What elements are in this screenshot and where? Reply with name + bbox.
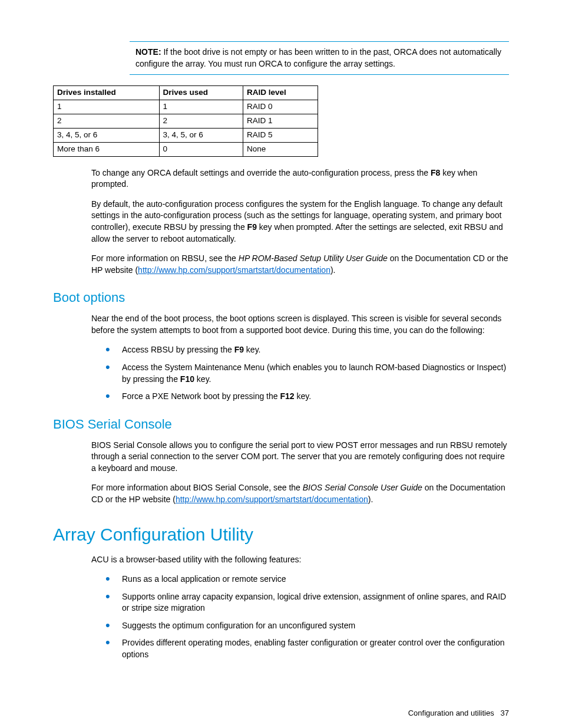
page-number: 37 [501,709,509,717]
body-text: To change any ORCA default settings and … [91,167,509,276]
list-item: Suggests the optimum configuration for a… [105,620,509,632]
key-f10: F10 [180,374,194,384]
hp-support-link[interactable]: http://www.hp.com/support/smartstart/doc… [176,495,368,504]
guide-title: BIOS Serial Console User Guide [303,483,422,492]
page-footer: Configuration and utilities 37 [53,708,509,719]
key-f9: F9 [234,345,244,354]
acu-section: ACU is a browser-based utility with the … [91,554,509,661]
paragraph: For more information on RBSU, see the HP… [91,253,509,276]
table-row: 2 2 RAID 1 [54,114,318,128]
paragraph: BIOS Serial Console allows you to config… [91,440,509,475]
note-label: NOTE: [135,47,161,57]
paragraph: For more information about BIOS Serial C… [91,482,509,505]
list-item: Supports online array capacity expansion… [105,591,509,614]
table-header: RAID level [243,86,318,100]
list-item: Access RBSU by pressing the F9 key. [105,344,509,356]
key-f8: F8 [431,168,440,177]
note-text: If the boot drive is not empty or has be… [135,47,501,68]
raid-table: Drives installed Drives used RAID level … [53,85,318,156]
note-box: NOTE: If the boot drive is not empty or … [130,41,509,75]
table-header: Drives installed [54,86,160,100]
list-item: Runs as a local application or remote se… [105,574,509,585]
table-row: 3, 4, 5, or 6 3, 4, 5, or 6 RAID 5 [54,128,318,142]
paragraph: By default, the auto-configuration proce… [91,199,509,245]
paragraph: Near the end of the boot process, the bo… [91,313,509,336]
footer-section: Configuration and utilities [408,709,494,717]
table-row: More than 6 0 None [54,142,318,156]
guide-title: HP ROM-Based Setup Utility User Guide [239,253,388,263]
key-f9: F9 [247,222,257,232]
acu-feature-list: Runs as a local application or remote se… [105,574,509,661]
boot-options-heading: Boot options [53,289,509,307]
acu-heading: Array Configuration Utility [53,522,509,547]
boot-options-list: Access RBSU by pressing the F9 key. Acce… [105,344,509,402]
table-row: 1 1 RAID 0 [54,100,318,114]
bios-serial-heading: BIOS Serial Console [53,416,509,434]
paragraph: ACU is a browser-based utility with the … [91,554,509,566]
list-item: Provides different operating modes, enab… [105,637,509,660]
key-f12: F12 [280,391,294,401]
list-item: Force a PXE Network boot by pressing the… [105,391,509,403]
bios-serial-section: BIOS Serial Console allows you to config… [91,440,509,506]
list-item: Access the System Maintenance Menu (whic… [105,362,509,385]
boot-options-section: Near the end of the boot process, the bo… [91,313,509,403]
hp-support-link[interactable]: http://www.hp.com/support/smartstart/doc… [138,265,330,275]
paragraph: To change any ORCA default settings and … [91,167,509,190]
table-header: Drives used [159,86,243,100]
